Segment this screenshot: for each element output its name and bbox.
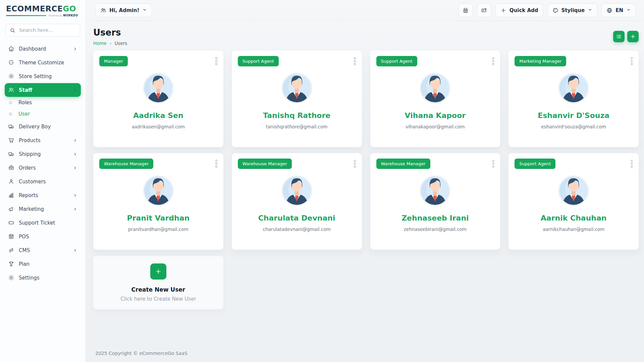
marketing-icon	[8, 206, 14, 212]
settings-icon	[8, 275, 14, 281]
user-name[interactable]: Zehnaseeb Irani	[376, 214, 494, 222]
pos-icon	[8, 233, 14, 240]
sidebar-item-marketing[interactable]: Marketing	[5, 202, 81, 216]
sidebar-item-customers[interactable]: Customers	[5, 175, 81, 188]
logo-block: ECOMMERCEGO Powered By WORKDO˙	[0, 0, 86, 18]
card-menu-icon[interactable]	[353, 159, 357, 169]
storefront-button[interactable]	[459, 3, 473, 17]
sidebar: ECOMMERCEGO Powered By WORKDO˙ Dashboard…	[0, 0, 86, 362]
reports-icon	[8, 192, 14, 198]
posts-button[interactable]	[477, 3, 491, 17]
sidebar-item-theme-customize[interactable]: Theme Customize	[5, 56, 81, 69]
breadcrumb-current: Users	[114, 41, 127, 46]
chevron-down-icon	[588, 7, 592, 13]
user-card: Warehouse Manager Pranit Vardhan pranitv…	[93, 153, 223, 250]
user-name[interactable]: Vihana Kapoor	[376, 111, 494, 120]
sidebar-item-support-ticket[interactable]: Support Ticket	[5, 216, 81, 230]
user-name[interactable]: Charulata Devnani	[238, 214, 356, 222]
store-setting-icon	[8, 73, 14, 79]
sidebar-item-label: Theme Customize	[19, 60, 64, 66]
palette-icon	[552, 7, 558, 13]
sidebar-item-roles[interactable]: Roles	[5, 97, 81, 108]
role-badge: Support Agent	[238, 56, 279, 66]
user-email: eshanvird'souza@gmail.com	[515, 124, 633, 129]
sidebar-item-staff[interactable]: Staff	[5, 83, 81, 97]
sidebar-item-user[interactable]: User	[5, 108, 81, 120]
home-icon	[8, 46, 14, 52]
chevron-right-icon	[73, 193, 77, 198]
sidebar-item-pos[interactable]: POS	[5, 230, 81, 243]
list-view-button[interactable]	[613, 31, 625, 42]
card-menu-icon[interactable]	[214, 56, 219, 66]
sidebar-item-plan[interactable]: Plan	[5, 257, 81, 271]
chevron-right-icon	[73, 47, 77, 51]
card-menu-icon[interactable]	[491, 56, 496, 66]
user-name[interactable]: Aarnik Chauhan	[515, 214, 633, 222]
user-name[interactable]: Tanishq Rathore	[238, 111, 356, 120]
plus-icon	[630, 34, 636, 40]
search-input[interactable]	[18, 27, 76, 33]
sidebar-nav: DashboardTheme CustomizeStore SettingSta…	[0, 39, 86, 362]
sidebar-item-cms[interactable]: CMS	[5, 243, 81, 257]
sidebar-item-label: Roles	[18, 100, 32, 106]
breadcrumb: Home › Users	[93, 41, 127, 46]
user-card: Marketing Manager Eshanvir D'Souza eshan…	[508, 51, 639, 147]
sidebar-item-products[interactable]: Products	[5, 133, 81, 147]
add-user-button[interactable]	[627, 31, 639, 42]
globe-icon	[606, 7, 612, 13]
card-menu-icon[interactable]	[630, 159, 634, 169]
role-badge: Marketing Manager	[515, 56, 566, 66]
page-title: Users	[93, 27, 127, 38]
user-card: Support Agent Aarnik Chauhan aarnikchauh…	[508, 153, 639, 250]
quick-add-button[interactable]: Quick Add	[495, 3, 543, 17]
create-user-plus-button[interactable]	[150, 263, 166, 280]
sidebar-item-shipping[interactable]: Shipping	[5, 147, 81, 161]
chevron-right-icon	[73, 152, 77, 157]
card-menu-icon[interactable]	[491, 159, 496, 169]
sidebar-item-label: Settings	[19, 275, 40, 281]
powered-by-text: Powered By WORKDO˙	[49, 14, 79, 17]
shipping-icon	[8, 151, 14, 157]
role-badge: Support Agent	[376, 56, 417, 66]
sidebar-item-reports[interactable]: Reports	[5, 188, 81, 202]
plus-icon	[155, 268, 162, 275]
users-icon	[100, 7, 106, 13]
sidebar-item-delivery-boy[interactable]: Delivery Boy	[5, 120, 81, 133]
products-icon	[8, 137, 14, 143]
user-email: aadrikasen@gmail.com	[99, 124, 217, 129]
page-content: Users Home › Users Manager	[86, 21, 644, 362]
user-name[interactable]: Eshanvir D'Souza	[515, 111, 633, 120]
sidebar-item-label: User	[18, 111, 30, 117]
bullet-icon	[9, 101, 12, 104]
sidebar-item-orders[interactable]: Orders	[5, 161, 81, 175]
user-name[interactable]: Aadrika Sen	[99, 111, 217, 120]
staff-icon	[8, 87, 14, 93]
sidebar-item-settings[interactable]: Settings	[5, 271, 81, 285]
sidebar-item-label: Dashboard	[19, 46, 46, 52]
language-label: EN	[615, 7, 623, 13]
card-menu-icon[interactable]	[214, 159, 219, 169]
sidebar-item-label: Staff	[19, 87, 32, 93]
language-select-button[interactable]: EN	[601, 3, 636, 17]
main-area: Hi, Admin! Quick Add Stylique EN	[86, 0, 644, 362]
sidebar-item-store-setting[interactable]: Store Setting	[5, 69, 81, 83]
logo-secondary: GO	[63, 4, 76, 13]
admin-menu-button[interactable]: Hi, Admin!	[95, 3, 152, 17]
sidebar-item-dashboard[interactable]: Dashboard	[5, 42, 81, 56]
breadcrumb-home-link[interactable]: Home	[93, 41, 107, 46]
user-email: vihanakapoor@gmail.com	[376, 124, 494, 129]
sidebar-item-label: Store Setting	[19, 73, 52, 79]
list-icon	[616, 34, 622, 40]
theme-select-button[interactable]: Stylique	[547, 3, 598, 17]
customers-icon	[8, 178, 14, 185]
user-name[interactable]: Pranit Vardhan	[99, 214, 217, 222]
chevron-down-icon	[73, 88, 77, 93]
card-menu-icon[interactable]	[353, 56, 357, 66]
create-user-card[interactable]: Create New User Click here to Create New…	[93, 256, 223, 309]
sidebar-item-label: Reports	[19, 192, 38, 198]
app-logo[interactable]: ECOMMERCEGO	[6, 4, 79, 13]
plan-icon	[8, 261, 14, 267]
sidebar-item-label: Customers	[19, 179, 46, 185]
card-menu-icon[interactable]	[630, 56, 634, 66]
sidebar-item-label: CMS	[19, 247, 30, 253]
